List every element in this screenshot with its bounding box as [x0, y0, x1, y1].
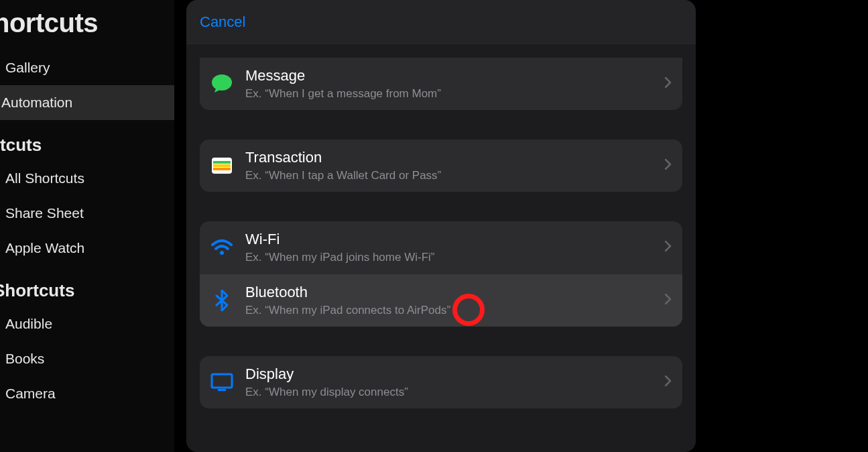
row-subtitle: Ex. “When I get a message from Mom” [245, 87, 665, 101]
sidebar-item-books[interactable]: Books [0, 341, 174, 376]
modal-header: Cancel [186, 0, 696, 44]
annotation-highlight-ring [452, 294, 485, 326]
wallet-icon [210, 154, 233, 177]
chevron-right-icon [665, 376, 672, 389]
row-subtitle: Ex. “When I tap a Wallet Card or Pass” [245, 169, 665, 182]
svg-point-5 [220, 251, 224, 255]
svg-point-0 [212, 74, 232, 91]
svg-rect-7 [218, 389, 226, 391]
sidebar-item-all-shortcuts[interactable]: All Shortcuts [0, 161, 174, 196]
sidebar-heading-shortcuts: rtcuts [0, 120, 174, 161]
trigger-row-transaction[interactable]: Transaction Ex. “When I tap a Wallet Car… [200, 139, 682, 192]
chevron-right-icon [665, 241, 672, 254]
row-text: Display Ex. “When my display connects” [245, 365, 665, 399]
chevron-right-icon [665, 159, 672, 172]
row-title: Wi-Fi [245, 231, 665, 248]
sidebar-item-share-sheet[interactable]: Share Sheet [0, 196, 174, 231]
trigger-row-message[interactable]: Message Ex. “When I get a message from M… [200, 58, 682, 110]
sidebar-item-audible[interactable]: Audible [0, 306, 174, 341]
row-text: Wi-Fi Ex. “When my iPad joins home Wi-Fi… [245, 231, 665, 264]
row-title: Bluetooth [245, 284, 665, 301]
sidebar: hortcuts Gallery Automation rtcuts All S… [0, 0, 174, 452]
automation-trigger-modal: Cancel Message Ex. “When I get a message… [186, 0, 696, 452]
trigger-row-bluetooth[interactable]: Bluetooth Ex. “When my iPad connects to … [200, 274, 682, 327]
svg-rect-6 [212, 374, 232, 388]
modal-body: Message Ex. “When I get a message from M… [186, 44, 696, 408]
bluetooth-icon [210, 289, 233, 312]
chevron-right-icon [665, 294, 672, 307]
svg-rect-4 [213, 168, 231, 170]
row-subtitle: Ex. “When my display connects” [245, 386, 665, 399]
trigger-group-communication: Message Ex. “When I get a message from M… [200, 58, 682, 110]
svg-rect-2 [213, 161, 231, 164]
sidebar-item-gallery[interactable]: Gallery [0, 50, 174, 85]
sidebar-item-apple-watch[interactable]: Apple Watch [0, 231, 174, 266]
display-icon [210, 371, 233, 394]
sidebar-app-title: hortcuts [0, 0, 174, 50]
row-title: Display [245, 365, 665, 383]
trigger-row-display[interactable]: Display Ex. “When my display connects” [200, 356, 682, 408]
wifi-icon [210, 236, 233, 259]
row-title: Transaction [245, 149, 665, 166]
chevron-right-icon [665, 77, 672, 91]
cancel-button[interactable]: Cancel [200, 13, 245, 31]
trigger-group-display: Display Ex. “When my display connects” [200, 356, 682, 408]
trigger-group-connectivity: Wi-Fi Ex. “When my iPad joins home Wi-Fi… [200, 221, 682, 327]
row-text: Message Ex. “When I get a message from M… [245, 67, 665, 101]
sidebar-heading-app-shortcuts: Shortcuts [0, 266, 174, 306]
sidebar-item-automation[interactable]: Automation [0, 85, 174, 120]
trigger-group-wallet: Transaction Ex. “When I tap a Wallet Car… [200, 139, 682, 192]
row-text: Transaction Ex. “When I tap a Wallet Car… [245, 149, 665, 182]
message-icon [210, 72, 233, 95]
row-subtitle: Ex. “When my iPad joins home Wi-Fi” [245, 251, 665, 264]
sidebar-item-camera[interactable]: Camera [0, 376, 174, 411]
svg-rect-3 [213, 164, 231, 167]
trigger-row-wifi[interactable]: Wi-Fi Ex. “When my iPad joins home Wi-Fi… [200, 221, 682, 274]
row-title: Message [245, 67, 665, 84]
